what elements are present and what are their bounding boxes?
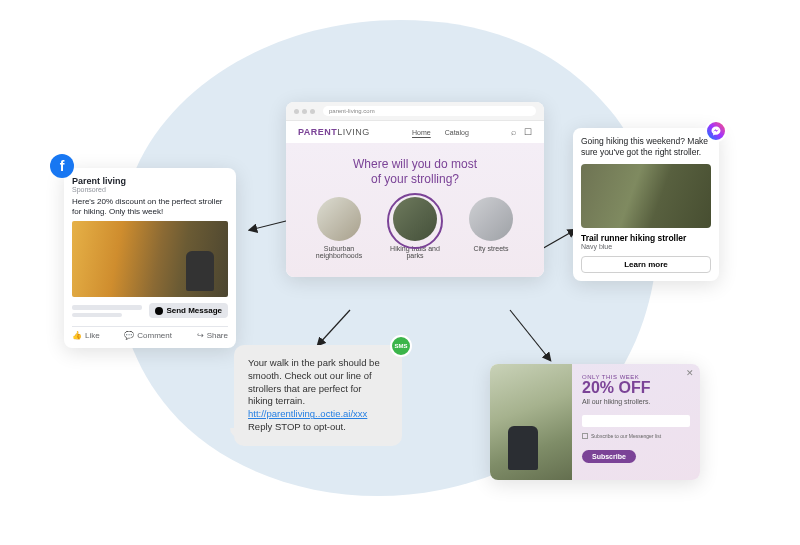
sms-optout: Reply STOP to opt-out. — [248, 421, 346, 432]
search-icon[interactable]: ⌕ — [511, 127, 516, 137]
messenger-product-title: Trail runner hiking stroller — [581, 233, 711, 243]
promo-consent-checkbox[interactable]: Subscribe to our Messenger list — [582, 433, 690, 439]
browser-chrome: parent-living.com — [286, 102, 544, 121]
quiz-option-label: City streets — [462, 245, 520, 252]
address-bar[interactable]: parent-living.com — [323, 106, 536, 116]
quiz-browser-card: parent-living.com PARENTLIVING Home Cata… — [286, 102, 544, 277]
nav-links: Home Catalog — [412, 129, 469, 136]
site-header: PARENTLIVING Home Catalog ⌕ ☐ — [286, 121, 544, 143]
quiz-heading: Where will you do mostof your strolling? — [294, 157, 536, 187]
messenger-badge-icon — [705, 120, 727, 142]
sms-link[interactable]: htt://parentliving..octie.ai/xxx — [248, 408, 367, 419]
messenger-text: Going hiking this weekend? Make sure you… — [581, 136, 711, 158]
quiz-option-label: Suburban neighborhoods — [310, 245, 368, 259]
fb-sponsored-label: Sponsored — [72, 186, 126, 193]
close-icon[interactable]: ✕ — [686, 368, 694, 378]
url-text: parent-living.com — [329, 108, 375, 114]
window-dots — [294, 109, 315, 114]
like-icon: 👍 — [72, 331, 82, 340]
fb-ad-copy: Here's 20% discount on the perfect strol… — [72, 197, 228, 217]
sms-text: Your walk in the park should be smooth. … — [248, 357, 380, 406]
promo-subtext: All our hiking strollers. — [582, 398, 690, 405]
nav-home[interactable]: Home — [412, 129, 431, 136]
messenger-card: Going hiking this weekend? Make sure you… — [573, 128, 719, 281]
facebook-icon — [50, 154, 74, 178]
promo-email-input[interactable] — [582, 415, 690, 427]
fb-like-button[interactable]: 👍Like — [72, 331, 100, 340]
fb-page-name[interactable]: Parent living — [72, 176, 126, 186]
quiz-option-suburban[interactable]: Suburban neighborhoods — [310, 197, 368, 259]
promo-subscribe-button[interactable]: Subscribe — [582, 450, 636, 463]
comment-icon: 💬 — [124, 331, 134, 340]
bag-icon[interactable]: ☐ — [524, 127, 532, 137]
quiz-option-hiking[interactable]: Hiking trails and parks — [386, 197, 444, 259]
site-logo[interactable]: PARENTLIVING — [298, 127, 370, 137]
quiz-option-city[interactable]: City streets — [462, 197, 520, 259]
fb-comment-button[interactable]: 💬Comment — [124, 331, 172, 340]
promo-popup-card: ✕ ONLY THIS WEEK 20% OFF All our hiking … — [490, 364, 700, 480]
fb-share-button[interactable]: ↪Share — [197, 331, 228, 340]
facebook-ad-card: Parent living Sponsored Here's 20% disco… — [64, 168, 236, 348]
promo-image — [490, 364, 572, 480]
messenger-icon — [155, 307, 163, 315]
fb-cta-button[interactable]: Send Message — [149, 303, 228, 318]
messenger-cta-button[interactable]: Learn more — [581, 256, 711, 273]
fb-ad-image[interactable] — [72, 221, 228, 297]
nav-catalog[interactable]: Catalog — [445, 129, 469, 136]
sms-badge-icon: SMS — [390, 335, 412, 357]
messenger-product-variant: Navy blue — [581, 243, 711, 250]
quiz-option-label: Hiking trails and parks — [386, 245, 444, 259]
quiz-panel: Where will you do mostof your strolling?… — [286, 143, 544, 277]
promo-headline: 20% OFF — [582, 380, 690, 396]
messenger-product-image[interactable] — [581, 164, 711, 228]
sms-card: SMS Your walk in the park should be smoo… — [234, 345, 402, 446]
share-icon: ↪ — [197, 331, 204, 340]
